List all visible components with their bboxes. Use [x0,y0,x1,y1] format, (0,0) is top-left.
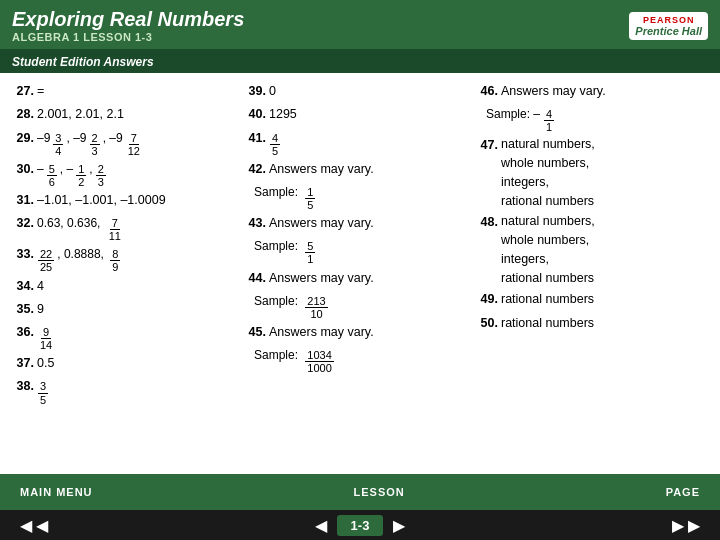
item-33-answer: 2225, 0.8888, 89 [37,244,121,273]
item-45-answer: Answers may vary. [269,322,374,343]
item-35-answer: 9 [37,299,44,320]
item-44: 44. Answers may vary. [244,268,476,289]
item-40-num: 40. [244,104,266,125]
item-45: 45. Answers may vary. [244,322,476,343]
nav-left-next-icon[interactable]: ◀ [36,516,48,535]
item-27: 27. = [12,81,244,102]
item-31-num: 31. [12,190,34,211]
item-37: 37. 0.5 [12,353,244,374]
item-46: 46. Answers may vary. [476,81,708,102]
item-32-answer: 0.63, 0.636, 711 [37,213,124,242]
item-29: 29. –934, –923, –9712 [12,128,244,157]
item-47: 47. natural numbers,whole numbers,intege… [476,135,708,210]
item-50: 50. rational numbers [476,313,708,334]
section-label: Student Edition Answers [12,55,154,69]
item-38-num: 38. [12,376,34,397]
item-42-sample: Sample: 15 [244,182,476,211]
nav-right-arrows[interactable]: ▶ ▶ [672,516,700,535]
item-29-num: 29. [12,128,34,149]
item-39-num: 39. [244,81,266,102]
logo-ph-text: Prentice Hall [635,25,702,37]
header-right: PEARSON Prentice Hall [629,12,708,40]
item-49-answer: rational numbers [501,289,594,310]
item-31: 31. –1.01, –1.001, –1.0009 [12,190,244,211]
item-50-answer: rational numbers [501,313,594,334]
item-44-sample: Sample: 21310 [244,291,476,320]
lesson-button[interactable]: LESSON [353,486,404,498]
item-34-num: 34. [12,276,34,297]
page-button[interactable]: PAGE [666,486,700,498]
item-33: 33. 2225, 0.8888, 89 [12,244,244,273]
item-37-num: 37. [12,353,34,374]
nav-left-prev-icon[interactable]: ◀ [20,516,32,535]
column-1: 27. = 28. 2.001, 2.01, 2.1 29. –934, –92… [12,81,244,489]
item-45-sample: Sample: 10341000 [244,345,476,374]
item-42: 42. Answers may vary. [244,159,476,180]
item-50-num: 50. [476,313,498,334]
item-49-num: 49. [476,289,498,310]
item-27-answer: = [37,81,44,102]
item-39: 39. 0 [244,81,476,102]
column-2: 39. 0 40. 1295 41. 45 42. Answers may va… [244,81,476,489]
nav-right-prev-icon[interactable]: ▶ [672,516,684,535]
item-41: 41. 45 [244,128,476,157]
item-36-answer: 914 [37,326,55,351]
nav-left-arrows[interactable]: ◀ ◀ [20,516,48,535]
pearson-logo: PEARSON Prentice Hall [629,12,708,40]
item-30-answer: –56, –12, 23 [37,159,107,188]
item-28-answer: 2.001, 2.01, 2.1 [37,104,124,125]
item-49: 49. rational numbers [476,289,708,310]
item-35: 35. 9 [12,299,244,320]
item-45-sample-text: Sample: 10341000 [254,345,335,374]
item-41-answer: 45 [269,132,281,157]
item-42-answer: Answers may vary. [269,159,374,180]
header: Exploring Real Numbers ALGEBRA 1 LESSON … [0,0,720,49]
main-content: 27. = 28. 2.001, 2.01, 2.1 29. –934, –92… [0,73,720,493]
main-menu-button[interactable]: MAIN MENU [20,486,93,498]
item-42-sample-text: Sample: 15 [254,182,316,211]
item-35-num: 35. [12,299,34,320]
item-44-answer: Answers may vary. [269,268,374,289]
item-43-answer: Answers may vary. [269,213,374,234]
item-48: 48. natural numbers,whole numbers,intege… [476,212,708,287]
page-title: Exploring Real Numbers [12,8,244,31]
item-43-num: 43. [244,213,266,234]
item-44-sample-text: Sample: 21310 [254,291,329,320]
nav-prev-button[interactable]: ◀ [311,516,331,535]
section-bar: Student Edition Answers [0,49,720,73]
item-48-num: 48. [476,212,498,233]
item-44-num: 44. [244,268,266,289]
item-30-num: 30. [12,159,34,180]
item-46-answer: Answers may vary. [501,81,606,102]
lesson-badge: 1-3 [337,515,384,536]
item-46-sample: Sample: –41 [476,104,708,133]
nav-center: ◀ 1-3 ▶ [311,515,410,536]
nav-bar: ◀ ◀ ◀ 1-3 ▶ ▶ ▶ [0,510,720,540]
item-36: 36. 914 [12,322,244,351]
item-38: 38. 35 [12,376,244,405]
item-32-num: 32. [12,213,34,234]
item-46-num: 46. [476,81,498,102]
item-36-num: 36. [12,322,34,343]
nav-right-next-icon[interactable]: ▶ [688,516,700,535]
item-37-answer: 0.5 [37,353,54,374]
item-42-num: 42. [244,159,266,180]
item-28-num: 28. [12,104,34,125]
item-34-answer: 4 [37,276,44,297]
item-40: 40. 1295 [244,104,476,125]
item-43-sample-text: Sample: 51 [254,236,316,265]
page-subtitle: ALGEBRA 1 LESSON 1-3 [12,31,244,43]
item-33-num: 33. [12,244,34,265]
item-29-answer: –934, –923, –9712 [37,128,143,157]
item-30: 30. –56, –12, 23 [12,159,244,188]
item-46-sample-text: Sample: –41 [486,104,555,133]
column-3: 46. Answers may vary. Sample: –41 47. na… [476,81,708,489]
item-31-answer: –1.01, –1.001, –1.0009 [37,190,166,211]
nav-next-button[interactable]: ▶ [389,516,409,535]
item-43: 43. Answers may vary. [244,213,476,234]
logo-pearson-text: PEARSON [635,15,702,25]
item-41-num: 41. [244,128,266,149]
item-47-answer: natural numbers,whole numbers,integers,r… [501,135,595,210]
item-32: 32. 0.63, 0.636, 711 [12,213,244,242]
item-43-sample: Sample: 51 [244,236,476,265]
